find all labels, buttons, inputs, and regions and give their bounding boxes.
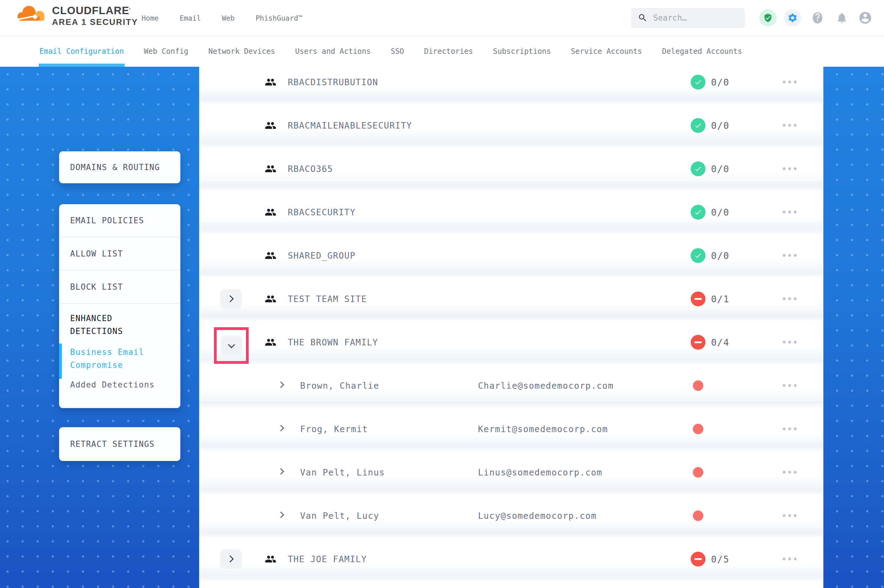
sidebar-item-retract-settings[interactable]: RETRACT SETTINGS <box>59 427 180 461</box>
chevron-right-icon[interactable] <box>278 425 284 431</box>
member-count: 0/1 <box>711 293 729 304</box>
sidebar-item-block-list[interactable]: BLOCK LIST <box>59 271 180 303</box>
group-icon <box>265 336 277 348</box>
table-row[interactable]: Van Pelt, Lucy Lucy@somedemocorp.com <box>199 494 823 537</box>
sidebar-item-email-policies[interactable]: EMAIL POLICIES <box>59 204 180 237</box>
member-count: 0/4 <box>711 337 729 348</box>
logo-wordmark: CLOUDFLARE' <box>52 4 131 16</box>
user-email: Kermit@somedemocorp.com <box>478 424 608 434</box>
status-blocked-badge <box>691 335 705 350</box>
chevron-right-icon[interactable] <box>278 381 284 388</box>
help-icon[interactable] <box>811 11 824 25</box>
tab-directories[interactable]: Directories <box>424 36 473 67</box>
search-icon <box>638 13 648 23</box>
nav-item-email[interactable]: Email <box>179 14 201 22</box>
table-row <box>199 580 823 588</box>
sidebar-item-domains-routing[interactable]: DOMAINS & ROUTING <box>59 151 180 183</box>
row-menu-button[interactable] <box>777 466 802 479</box>
row-menu-button[interactable] <box>777 552 802 566</box>
app-window: CLOUDFLARE' AREA 1 SECURITY Home Email W… <box>0 0 884 588</box>
sidebar-item-allow-list[interactable]: ALLOW LIST <box>59 237 180 270</box>
table-row[interactable]: SHARED_GROUP 0/0 <box>199 234 823 277</box>
row-menu-button[interactable] <box>777 379 802 392</box>
sidebar-card-email-policies: EMAIL POLICIES ALLOW LIST BLOCK LIST ENH… <box>59 204 180 408</box>
member-count: 0/5 <box>711 554 729 564</box>
tab-delegated-accounts[interactable]: Delegated Accounts <box>662 36 742 67</box>
group-icon <box>265 206 277 218</box>
group-name: RBACDISTRUBUTION <box>288 77 378 87</box>
row-menu-button[interactable] <box>777 509 802 522</box>
tab-subscriptions[interactable]: Subscriptions <box>493 36 551 67</box>
status-ok-badge <box>691 205 705 220</box>
check-icon <box>694 252 702 260</box>
alert-dot <box>693 510 703 521</box>
collapse-group-button[interactable] <box>221 336 242 356</box>
groups-table: RBACDISTRUBUTION 0/0 RBACMAILENABLESECUR… <box>199 67 823 588</box>
tab-network-devices[interactable]: Network Devices <box>208 36 275 67</box>
tab-users-and-actions[interactable]: Users and Actions <box>295 36 371 67</box>
nav-item-phishguard[interactable]: PhishGuard™ <box>256 14 302 22</box>
chevron-right-icon[interactable] <box>278 512 284 518</box>
chevron-right-icon[interactable] <box>278 468 284 474</box>
section-tabs: Email Configuration Web Config Network D… <box>0 36 884 67</box>
minus-icon <box>695 558 702 560</box>
row-menu-button[interactable] <box>777 249 802 262</box>
tab-web-config[interactable]: Web Config <box>144 36 189 67</box>
user-email: Lucy@somedemocorp.com <box>478 510 597 520</box>
table-row[interactable]: RBACSECURITY 0/0 <box>199 190 823 234</box>
chevron-down-icon <box>228 341 235 348</box>
row-menu-button[interactable] <box>777 119 802 132</box>
group-icon <box>265 293 277 305</box>
cloudflare-logo[interactable]: CLOUDFLARE' AREA 1 SECURITY <box>17 4 138 28</box>
group-name: TEST TEAM SITE <box>288 294 367 304</box>
gear-icon[interactable] <box>784 9 801 27</box>
tab-service-accounts[interactable]: Service Accounts <box>571 36 642 67</box>
check-icon <box>694 122 702 129</box>
row-menu-button[interactable] <box>777 162 802 176</box>
status-ok-badge <box>691 162 705 176</box>
sidebar-item-business-email-compromise[interactable]: Business Email Compromise <box>70 346 153 372</box>
search-box[interactable] <box>631 8 744 28</box>
alert-dot <box>693 380 703 391</box>
group-name: THE JOE FAMILY <box>288 554 367 564</box>
table-row[interactable]: TEST TEAM SITE 0/1 <box>199 277 823 321</box>
sidebar-item-added-detections[interactable]: Added Detections <box>70 380 169 389</box>
avatar-icon[interactable] <box>858 11 872 25</box>
highlight-box <box>214 327 249 364</box>
nav-item-web[interactable]: Web <box>222 14 235 22</box>
tab-sso[interactable]: SSO <box>391 36 404 67</box>
minus-icon <box>695 298 702 300</box>
table-row[interactable]: Brown, Charlie Charlie@somedemocorp.com <box>199 364 823 407</box>
primary-nav: Home Email Web PhishGuard™ <box>141 0 302 36</box>
cloudflare-cloud-icon <box>17 4 47 26</box>
group-icon <box>265 250 277 261</box>
bell-icon[interactable] <box>836 12 848 24</box>
member-count: 0/0 <box>711 207 729 218</box>
table-row[interactable]: RBACDISTRUBUTION 0/0 <box>199 67 823 104</box>
status-blocked-badge <box>691 552 705 567</box>
user-name: Van Pelt, Linus <box>300 467 385 477</box>
table-row[interactable]: THE BROWN FAMILY 0/4 <box>199 321 823 364</box>
expand-group-button[interactable] <box>220 289 242 309</box>
search-input[interactable] <box>652 13 738 23</box>
user-email: Linus@somedemocorp.com <box>478 467 602 477</box>
enhanced-detections-title: ENHANCED DETECTIONS <box>70 312 147 338</box>
row-menu-button[interactable] <box>777 422 802 436</box>
nav-item-home[interactable]: Home <box>141 14 158 22</box>
group-name: RBACSECURITY <box>288 207 355 217</box>
expand-group-button[interactable] <box>220 549 242 568</box>
table-row[interactable]: Frog, Kermit Kermit@somedemocorp.com <box>199 407 823 450</box>
logo-subtitle: AREA 1 SECURITY <box>52 18 138 27</box>
active-item-indicator-bar <box>59 344 62 379</box>
table-row[interactable]: RBACO365 0/0 <box>199 147 823 190</box>
table-row[interactable]: THE JOE FAMILY 0/5 <box>199 537 823 580</box>
row-menu-button[interactable] <box>777 292 802 306</box>
table-row[interactable]: RBACMAILENABLESECURITY 0/0 <box>199 104 823 147</box>
row-menu-button[interactable] <box>777 206 802 219</box>
row-menu-button[interactable] <box>777 336 802 349</box>
security-shield-icon[interactable] <box>759 9 777 27</box>
tab-email-configuration[interactable]: Email Configuration <box>39 36 124 67</box>
row-menu-button[interactable] <box>777 75 802 89</box>
table-row[interactable]: Van Pelt, Linus Linus@somedemocorp.com <box>199 450 823 494</box>
group-icon <box>265 553 277 565</box>
